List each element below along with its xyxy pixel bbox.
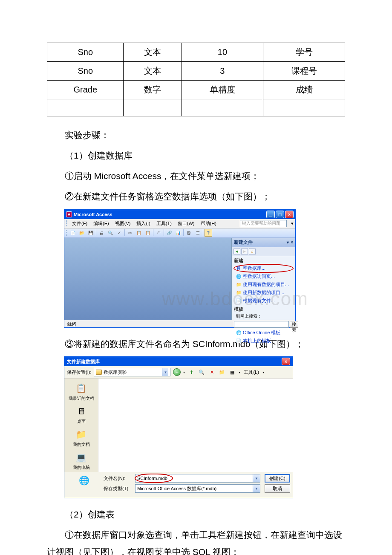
link-icon[interactable]: 🔗 — [165, 229, 173, 237]
online-icon: 🌐 — [236, 330, 241, 335]
titlebar: A Microsoft Access _ □ × — [64, 210, 295, 219]
help-search-box[interactable]: 键入需要帮助的问题 — [240, 220, 287, 227]
open-icon[interactable]: 📂 — [78, 229, 86, 237]
back-button[interactable]: ← — [173, 368, 181, 376]
file-list[interactable] — [98, 379, 293, 472]
steps-title: 实验步骤： — [47, 127, 345, 144]
new-icon[interactable]: 📄 — [69, 229, 77, 237]
analyze-icon[interactable]: 📊 — [174, 229, 182, 237]
savetype-value: Microsoft Office Access 数据库(*.mdb) — [137, 486, 216, 492]
cell: Grade — [47, 81, 124, 99]
recent-icon: 📋 — [75, 382, 88, 395]
nav-fwd-icon[interactable]: ► — [241, 248, 248, 255]
create-button[interactable]: 创建(C) — [265, 474, 290, 483]
copy-icon[interactable]: 📋 — [135, 229, 143, 237]
tools-menu[interactable]: 工具(L) — [243, 369, 259, 376]
place-mydocs[interactable]: 📁 我的文档 — [64, 426, 98, 449]
minimize-button[interactable]: _ — [266, 211, 275, 218]
menu-file[interactable]: 文件(F) — [70, 220, 89, 228]
link-existing-project[interactable]: 📁 使用现有数据的项目... — [232, 280, 295, 289]
cell: 单精度 — [182, 81, 263, 99]
preview-icon[interactable]: 🔍 — [107, 229, 114, 237]
link-office-online[interactable]: 🌐 Office Online 模板 — [232, 329, 295, 337]
taskpane-close-icon[interactable]: × — [291, 240, 293, 245]
spell-icon[interactable]: ✓ — [115, 229, 123, 237]
place-mycomputer[interactable]: 💻 我的电脑 — [64, 449, 98, 472]
relationships-icon[interactable]: ⛓ — [185, 229, 193, 237]
page-icon: 🌐 — [236, 273, 241, 279]
dialog-titlebar: 文件新建数据库 × — [64, 357, 293, 366]
step-2-1: ①在数据库窗口对象选查询，单击工具栏新建按钮，在新建查询中选设计视图（见下图），… — [47, 526, 345, 555]
step-1-2: ②在新建文件任务窗格选空数据库选项（如下图）； — [47, 188, 345, 205]
chevron-down-icon[interactable]: ▼ — [162, 368, 168, 376]
nav-home-icon[interactable]: ⌂ — [249, 248, 256, 255]
project-icon: 📁 — [236, 289, 241, 295]
template-search-input[interactable] — [234, 321, 289, 328]
cell — [47, 99, 124, 116]
cell: 10 — [182, 43, 263, 62]
location-label: 保存位置(I): — [67, 369, 91, 376]
save-icon[interactable]: 💾 — [87, 229, 95, 237]
delete-icon[interactable]: ✕ — [208, 368, 216, 376]
menu-tools[interactable]: 工具(T) — [155, 220, 173, 228]
print-icon[interactable]: 🖨 — [98, 229, 105, 237]
cell: Sno — [47, 43, 124, 62]
properties-icon[interactable]: ☰ — [194, 229, 202, 237]
nav-back-icon[interactable]: ◄ — [233, 248, 240, 255]
menu-help[interactable]: 帮助(H) — [199, 220, 218, 228]
up-button[interactable]: ⬆ — [187, 368, 195, 376]
access-app-icon: A — [66, 211, 72, 217]
maximize-button[interactable]: □ — [276, 211, 284, 218]
cell — [124, 99, 182, 116]
menu-insert[interactable]: 插入(I) — [135, 220, 152, 228]
cell: 文本 — [124, 62, 182, 81]
place-desktop[interactable]: 🖥 桌面 — [64, 403, 98, 426]
location-value: 数据库实验 — [104, 369, 127, 376]
menu-view[interactable]: 视图(V) — [113, 220, 133, 228]
search-icon[interactable]: 🔍 — [198, 368, 205, 376]
section-new: 新建 — [232, 256, 295, 264]
cancel-button[interactable]: 取消 — [265, 484, 290, 493]
link-blank-database[interactable]: 🗄 空数据库... — [232, 264, 295, 272]
toolbar: 📄 📂 💾 🖨 🔍 ✓ ✂ 📋 📋 ↶ 🔗 📊 ⛓ ☰ ? — [64, 228, 295, 238]
savetype-label: 保存类型(T): — [104, 486, 133, 492]
chevron-down-icon[interactable]: ▼ — [253, 474, 260, 482]
desktop-icon: 🖥 — [75, 405, 88, 418]
link-blank-page[interactable]: 🌐 空数据访问页... — [232, 272, 295, 280]
savetype-combo[interactable]: Microsoft Office Access 数据库(*.mdb) ▼ — [135, 484, 260, 493]
menu-window[interactable]: 窗口(W) — [176, 220, 196, 228]
link-local-templates[interactable]: 📄 本机上的模板... — [232, 337, 295, 345]
dialog-close-button[interactable]: × — [282, 358, 290, 365]
cell: 学号 — [263, 43, 345, 62]
step-1-1: ①启动 Microsoft Access，在文件菜单选新建项； — [47, 168, 345, 185]
filename-input[interactable]: SCInform.mdb ▼ — [135, 474, 260, 483]
views-icon[interactable]: ▦ — [228, 368, 236, 376]
undo-icon[interactable]: ↶ — [155, 229, 162, 237]
table-row — [47, 99, 345, 116]
task-pane: 新建文件 ▾ × ◄ ► ⌂ 新建 🗄 空数据库... 🌐 — [231, 238, 295, 320]
paste-icon[interactable]: 📋 — [144, 229, 152, 237]
table-row: Grade 数字 单精度 成绩 — [47, 81, 345, 99]
cell — [263, 99, 345, 116]
folder-icon — [96, 370, 102, 375]
location-combo[interactable]: 数据库实验 ▼ — [94, 368, 170, 376]
filename-value: SCInform.mdb — [137, 476, 167, 481]
link-new-project[interactable]: 📁 使用新数据的项目... — [232, 289, 295, 297]
cell: 3 — [182, 62, 263, 81]
close-button[interactable]: × — [285, 211, 294, 218]
place-recent[interactable]: 📋 我最近的文档 — [64, 380, 98, 403]
link-from-existing[interactable]: 📄 根据现有文件... — [232, 297, 295, 305]
dialog-title: 文件新建数据库 — [67, 358, 282, 365]
taskpane-dropdown-icon[interactable]: ▾ — [287, 240, 289, 245]
network-icon[interactable]: 🌐 — [78, 474, 90, 487]
new-folder-icon[interactable]: 📁 — [218, 368, 226, 376]
help-icon[interactable]: ? — [205, 229, 212, 237]
cut-icon[interactable]: ✂ — [126, 229, 134, 237]
menu-edit[interactable]: 编辑(E) — [92, 220, 111, 228]
mycomputer-icon: 💻 — [75, 451, 88, 464]
cell: Sno — [47, 62, 124, 81]
chevron-down-icon[interactable]: ▼ — [253, 485, 260, 492]
step-1-3: ③将新建的数据库文件名命名为 SCInform.mdb（如下图）； — [47, 335, 345, 353]
filename-label: 文件名(N): — [104, 475, 133, 482]
template-search-button[interactable]: 搜索 — [290, 321, 298, 328]
